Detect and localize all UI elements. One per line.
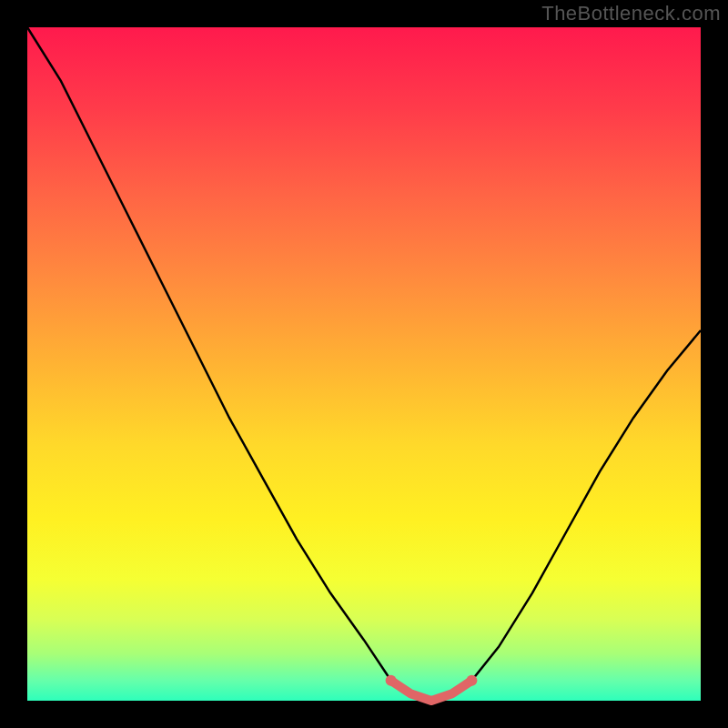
- chart-frame: TheBottleneck.com: [0, 0, 728, 728]
- plot-area: [27, 27, 701, 701]
- valley-highlight: [391, 681, 472, 701]
- valley-end-dot: [466, 675, 477, 686]
- curve-layer: [27, 27, 701, 701]
- watermark-text: TheBottleneck.com: [541, 2, 721, 25]
- valley-start-dot: [386, 675, 397, 686]
- bottleneck-curve: [27, 27, 701, 701]
